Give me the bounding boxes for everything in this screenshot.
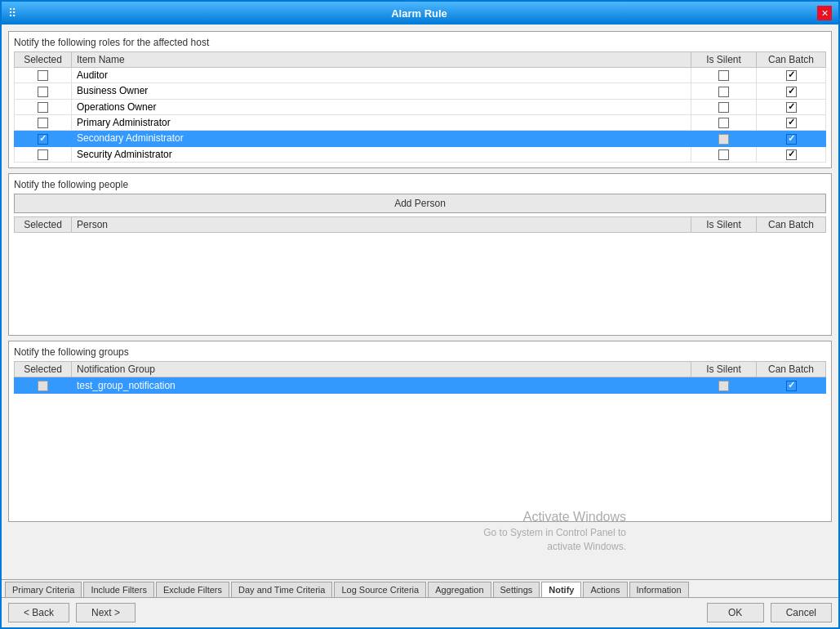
roles-row-is-silent[interactable] xyxy=(691,131,757,146)
roles-row-can-batch[interactable] xyxy=(757,99,826,114)
groups-section: Notify the following groups Selected Not… xyxy=(8,341,832,521)
tab-notify[interactable]: Notify xyxy=(541,582,581,597)
roles-table-container: Selected Item Name Is Silent Can Batch A… xyxy=(14,51,826,163)
roles-row-selected[interactable] xyxy=(15,131,72,146)
people-empty-row xyxy=(15,232,826,330)
roles-row-selected[interactable] xyxy=(15,99,72,114)
roles-col-is-silent: Is Silent xyxy=(691,52,757,68)
roles-row-name: Operations Owner xyxy=(72,99,691,114)
roles-section: Notify the following roles for the affec… xyxy=(8,31,832,168)
tab-settings[interactable]: Settings xyxy=(493,582,540,597)
roles-row-can-batch[interactable] xyxy=(757,114,826,130)
roles-row-name: Secondary Administrator xyxy=(72,131,691,146)
add-person-button[interactable]: Add Person xyxy=(14,194,826,213)
people-col-person: Person xyxy=(72,216,691,232)
roles-row-is-silent[interactable] xyxy=(691,83,757,99)
tab-exclude-filters[interactable]: Exclude Filters xyxy=(156,582,229,597)
groups-empty-space xyxy=(14,394,826,516)
content-area: Notify the following roles for the affec… xyxy=(2,25,838,579)
title-bar: ⠿ Alarm Rule ✕ xyxy=(2,2,838,25)
roles-row-name: Security Administrator xyxy=(72,146,691,162)
title-bar-left: ⠿ xyxy=(8,7,21,20)
groups-title: Notify the following groups xyxy=(14,346,826,358)
groups-row-is-silent[interactable] xyxy=(691,377,757,393)
groups-table-row[interactable]: test_group_notification xyxy=(15,377,826,393)
roles-row-can-batch[interactable] xyxy=(757,131,826,146)
people-col-is-silent: Is Silent xyxy=(691,216,757,232)
roles-table-row[interactable]: Secondary Administrator xyxy=(15,131,826,146)
roles-table-row[interactable]: Security Administrator xyxy=(15,146,826,162)
people-section: Notify the following people Add Person S… xyxy=(8,173,832,337)
people-title: Notify the following people xyxy=(14,179,826,190)
groups-col-is-silent: Is Silent xyxy=(691,362,757,377)
window-title: Alarm Rule xyxy=(21,7,817,20)
tab-primary-criteria[interactable]: Primary Criteria xyxy=(5,582,82,597)
roles-table-row[interactable]: Business Owner xyxy=(15,83,826,99)
alarm-rule-window: ⠿ Alarm Rule ✕ Notify the following role… xyxy=(0,0,840,629)
groups-col-can-batch: Can Batch xyxy=(757,362,826,377)
tab-information[interactable]: Information xyxy=(629,582,689,597)
roles-table-row[interactable]: Auditor xyxy=(15,68,826,83)
roles-row-can-batch[interactable] xyxy=(757,68,826,83)
bottom-bar: < Back Next > OK Cancel xyxy=(2,597,838,627)
groups-col-group: Notification Group xyxy=(72,362,691,377)
roles-row-can-batch[interactable] xyxy=(757,83,826,99)
ok-button[interactable]: OK xyxy=(707,603,764,622)
groups-row-can-batch[interactable] xyxy=(757,377,826,393)
back-button[interactable]: < Back xyxy=(8,603,69,622)
groups-col-selected: Selected xyxy=(15,362,72,377)
bottom-bar-right: OK Cancel xyxy=(707,603,832,622)
people-col-can-batch: Can Batch xyxy=(757,216,826,232)
tab-aggregation[interactable]: Aggregation xyxy=(428,582,491,597)
groups-row-name: test_group_notification xyxy=(72,377,691,393)
roles-row-is-silent[interactable] xyxy=(691,114,757,130)
main-content: Notify the following roles for the affec… xyxy=(2,25,838,627)
tab-day-and-time-criteria[interactable]: Day and Time Criteria xyxy=(231,582,332,597)
roles-col-item-name: Item Name xyxy=(72,52,691,68)
groups-row-selected[interactable] xyxy=(15,377,72,393)
tab-actions[interactable]: Actions xyxy=(583,582,627,597)
roles-title: Notify the following roles for the affec… xyxy=(14,37,826,48)
roles-row-selected[interactable] xyxy=(15,114,72,130)
cancel-button[interactable]: Cancel xyxy=(771,603,832,622)
grip-icon: ⠿ xyxy=(8,7,16,20)
roles-table-row[interactable]: Primary Administrator xyxy=(15,114,826,130)
roles-col-can-batch: Can Batch xyxy=(757,52,826,68)
tab-include-filters[interactable]: Include Filters xyxy=(83,582,153,597)
tab-log-source-criteria[interactable]: Log Source Criteria xyxy=(334,582,426,597)
roles-row-is-silent[interactable] xyxy=(691,68,757,83)
roles-row-is-silent[interactable] xyxy=(691,99,757,114)
roles-row-name: Primary Administrator xyxy=(72,114,691,130)
bottom-bar-left: < Back Next > xyxy=(8,603,136,622)
roles-row-selected[interactable] xyxy=(15,68,72,83)
people-col-selected: Selected xyxy=(15,216,72,232)
roles-row-selected[interactable] xyxy=(15,146,72,162)
roles-row-name: Auditor xyxy=(72,68,691,83)
people-table: Selected Person Is Silent Can Batch xyxy=(14,216,826,331)
close-button[interactable]: ✕ xyxy=(817,6,832,20)
roles-row-is-silent[interactable] xyxy=(691,146,757,162)
roles-row-can-batch[interactable] xyxy=(757,146,826,162)
next-button[interactable]: Next > xyxy=(76,603,136,622)
roles-col-selected: Selected xyxy=(15,52,72,68)
roles-table-row[interactable]: Operations Owner xyxy=(15,99,826,114)
tabs-bar: Primary CriteriaInclude FiltersExclude F… xyxy=(2,579,838,597)
roles-table: Selected Item Name Is Silent Can Batch A… xyxy=(14,51,826,163)
groups-table: Selected Notification Group Is Silent Ca… xyxy=(14,361,826,393)
roles-row-name: Business Owner xyxy=(72,83,691,99)
roles-row-selected[interactable] xyxy=(15,83,72,99)
